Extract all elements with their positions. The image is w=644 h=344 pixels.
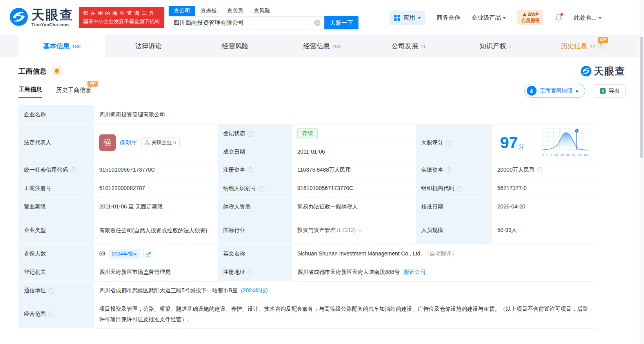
- tianyancha-logo[interactable]: 天眼查 TianYanCha.com: [10, 8, 74, 27]
- legal-rep-name-link[interactable]: 侯明军: [120, 138, 137, 147]
- credit-code-value: 91510100567173770C: [94, 161, 218, 179]
- annual-report-link[interactable]: (2024年报): [241, 286, 267, 295]
- help-icon[interactable]: [446, 167, 451, 173]
- tab-label: 基本信息: [43, 42, 70, 51]
- tab-label: 历史信息: [561, 42, 588, 51]
- subtab-business-info[interactable]: 工商信息: [18, 86, 42, 98]
- help-icon[interactable]: [247, 167, 253, 173]
- related-companies-label: 关联企业: [151, 139, 172, 147]
- tab-business-info[interactable]: 经营信息 263: [278, 35, 365, 57]
- export-button[interactable]: 导出: [594, 84, 626, 98]
- help-icon[interactable]: [48, 311, 54, 317]
- watermark-text: 天眼查: [594, 65, 626, 78]
- search-tab-boss[interactable]: 查老板: [195, 6, 222, 16]
- help-icon[interactable]: [446, 140, 451, 146]
- slogan-badge: 都 在 用 的 商 业 查 询 工 具 国家中小企业发展子基金旗下机构: [79, 7, 164, 28]
- scrollbar-thumb[interactable]: [640, 37, 643, 158]
- tab-label: 经营信息: [303, 42, 330, 51]
- svip-sublabel: 会员服务: [521, 18, 540, 24]
- main-content: 工商信息 天眼查 工商信息 历史工商信息 VIP: [0, 65, 644, 329]
- slogan-line2: 国家中小企业发展子基金旗下机构: [83, 18, 160, 26]
- tab-legal-litigation[interactable]: 法律诉讼: [105, 35, 192, 57]
- help-icon[interactable]: [247, 131, 253, 137]
- help-icon[interactable]: [258, 186, 264, 192]
- reg-address-value: 四川省成都市天府新区天府大道南段888号: [297, 268, 400, 277]
- divider: [431, 15, 431, 21]
- search-tab-company[interactable]: 查公司: [169, 6, 195, 16]
- english-name-label: 英文名称: [218, 245, 292, 263]
- insured-value: 69: [99, 250, 106, 258]
- company-tabbar: 基本信息 139 法律诉讼 经营风险 经营信息 263 公司发展 11 知识产权…: [0, 35, 644, 57]
- watermark-logo: 天眼查: [581, 65, 626, 78]
- score-chart-axis: 0 1 3 15 50 85 97 99 100: [542, 153, 588, 158]
- tab-company-development[interactable]: 公司发展 11: [366, 35, 452, 57]
- tianyancha-logo-icon: [581, 66, 591, 76]
- subscribe-bell-button[interactable]: [51, 66, 62, 76]
- paid-capital-label-cell: 实缴资本: [416, 161, 492, 179]
- related-companies-badge[interactable]: 关联企业 6: [141, 137, 180, 148]
- business-scope-label: 经营范围: [24, 311, 46, 318]
- annual-report-badge[interactable]: 2024年报: [109, 249, 140, 259]
- svip-member-button[interactable]: SVIP 会员服务: [517, 10, 543, 25]
- tab-label: 公司发展: [391, 42, 418, 51]
- reg-status-cell: 存续: [292, 125, 416, 143]
- insured-label: 参保人数: [18, 245, 94, 263]
- axis-tick: 0: [542, 153, 544, 158]
- top-header: 天眼查 TianYanCha.com 都 在 用 的 商 业 查 询 工 具 国…: [0, 0, 644, 35]
- industry-cell: 投资与资产管理 (L7212): [292, 216, 416, 245]
- help-icon[interactable]: [70, 167, 76, 173]
- approval-date-label: 核准日期: [416, 198, 492, 216]
- search-tabs: 查公司 查老板 查关系 查风险: [169, 6, 358, 16]
- notifications-bell[interactable]: [555, 14, 562, 22]
- chevron-down-icon: [599, 17, 602, 19]
- nav-business-coop[interactable]: 商务合作: [437, 14, 460, 22]
- crown-icon: [522, 13, 527, 16]
- staff-size-value: 50-99人: [492, 216, 596, 245]
- clear-search-icon[interactable]: [314, 20, 320, 26]
- search-tab-risk[interactable]: 查风险: [249, 6, 275, 16]
- user-account-label: 此处有...: [574, 14, 597, 22]
- trend-chart-button[interactable]: [143, 249, 153, 259]
- search-input[interactable]: [169, 16, 324, 29]
- export-label: 导出: [609, 87, 620, 94]
- search-button[interactable]: 天眼一下: [324, 16, 358, 29]
- axis-tick: 1: [546, 153, 548, 158]
- paid-capital-cell: 20000万人民币: [492, 161, 596, 179]
- official-snapshot-button[interactable]: 工商官网快照: [524, 84, 585, 98]
- staff-size-label: 人员规模: [416, 216, 492, 245]
- tianyancha-logo-icon: [10, 8, 28, 27]
- nav-enterprise-label: 企业级产品: [471, 14, 501, 22]
- legal-rep-avatar[interactable]: 侯: [99, 134, 116, 151]
- subtab-history-business-info[interactable]: 历史工商信息 VIP: [56, 87, 91, 98]
- score-unit: 分: [519, 142, 524, 151]
- axis-tick: 3: [551, 153, 552, 158]
- taxpayer-id-label: 纳税人识别号: [223, 185, 256, 192]
- tab-count: 263: [332, 43, 341, 49]
- chevron-down-icon[interactable]: [358, 227, 362, 232]
- taxpayer-id-value: 91510100567173770C: [292, 179, 416, 198]
- tab-history-info[interactable]: VIP 历史信息 12: [539, 35, 626, 57]
- tab-intellectual-property[interactable]: 知识产权 1: [452, 35, 539, 57]
- help-icon[interactable]: [48, 288, 54, 294]
- nearby-companies-link[interactable]: 附近公司: [404, 268, 426, 277]
- apps-menu[interactable]: 应用: [389, 11, 425, 25]
- vip-badge: VIP: [87, 81, 98, 87]
- nav-enterprise-products[interactable]: 企业级产品: [471, 14, 506, 22]
- reg-number-label: 工商注册号: [18, 179, 94, 198]
- reg-status-label: 登记状态: [223, 130, 245, 137]
- tab-operating-risk[interactable]: 经营风险: [192, 35, 278, 57]
- help-icon[interactable]: [457, 186, 462, 192]
- help-icon[interactable]: [537, 167, 543, 173]
- org-code-label-cell: 组织机构代码: [416, 179, 492, 198]
- reg-status-label-cell: 登记状态: [218, 125, 292, 143]
- credit-code-label-cell: 统一社会信用代码: [18, 161, 94, 179]
- axis-tick: 50: [560, 153, 564, 158]
- section-actions: 工商官网快照 导出: [524, 84, 626, 100]
- industry-value: 投资与资产管理: [297, 226, 336, 235]
- english-name-note: （自动翻译）: [424, 250, 457, 258]
- help-icon[interactable]: [247, 270, 253, 275]
- search-tab-relation[interactable]: 查关系: [222, 6, 249, 16]
- tab-basic-info[interactable]: 基本信息 139: [18, 35, 105, 57]
- user-account-menu[interactable]: 此处有...: [574, 14, 602, 22]
- chevron-down-icon: [503, 17, 506, 19]
